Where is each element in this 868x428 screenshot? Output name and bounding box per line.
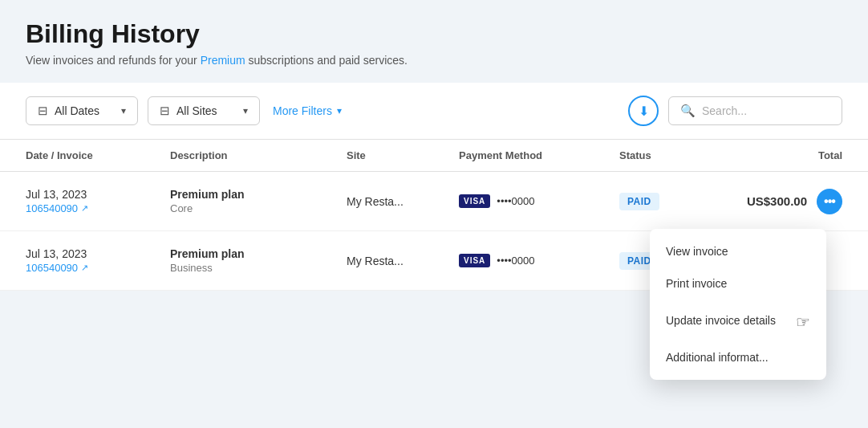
calendar-icon: ⊟ xyxy=(38,104,48,118)
more-filters-button[interactable]: More Filters ▾ xyxy=(270,98,345,124)
context-menu-item-update-invoice[interactable]: Update invoice details ☞ xyxy=(650,300,826,341)
print-invoice-label: Print invoice xyxy=(666,277,727,290)
external-link-icon-2: ↗ xyxy=(81,263,88,273)
col-header-payment: Payment Method xyxy=(459,149,619,161)
context-menu: View invoice Print invoice Update invoic… xyxy=(650,229,826,380)
search-icon: 🔍 xyxy=(680,104,696,118)
update-invoice-label: Update invoice details xyxy=(666,314,776,327)
site-cell-1: My Resta... xyxy=(347,195,459,208)
more-filters-chevron-icon: ▾ xyxy=(337,105,342,116)
download-button[interactable]: ⬇ xyxy=(628,96,659,126)
download-icon: ⬇ xyxy=(639,104,649,119)
card-number-1: ••••0000 xyxy=(497,195,534,207)
table-header: Date / Invoice Description Site Payment … xyxy=(0,140,868,172)
filter-bar: ⊟ All Dates ▾ ⊟ All Sites ▾ More Filters… xyxy=(0,83,868,140)
dates-filter-label: All Dates xyxy=(55,104,99,117)
desc-sub-1: Core xyxy=(170,202,347,214)
sites-filter-dropdown[interactable]: ⊟ All Sites ▾ xyxy=(148,96,260,125)
site-cell-2: My Resta... xyxy=(347,255,459,267)
invoice-link-2[interactable]: 106540090 ↗ xyxy=(26,262,170,274)
page-subtitle: View invoices and refunds for your Premi… xyxy=(26,54,842,67)
col-header-date: Date / Invoice xyxy=(26,149,170,161)
payment-cell-2: VISA ••••0000 xyxy=(459,254,619,267)
col-header-total: Total xyxy=(716,149,842,161)
cursor-icon: ☞ xyxy=(796,312,810,332)
search-input[interactable] xyxy=(702,104,830,117)
subtitle-text: View invoices and refunds for your xyxy=(26,54,197,67)
col-header-description: Description xyxy=(170,149,347,161)
card-number-2: ••••0000 xyxy=(497,255,534,267)
total-amount-1: US$300.00 xyxy=(747,194,807,208)
dates-filter-dropdown[interactable]: ⊟ All Dates ▾ xyxy=(26,96,138,125)
date-text-1: Jul 13, 2023 xyxy=(26,188,170,201)
visa-badge-1: VISA xyxy=(459,194,490,208)
external-link-icon-1: ↗ xyxy=(81,203,88,214)
desc-title-2: Premium plan xyxy=(170,247,347,260)
chevron-down-icon: ▾ xyxy=(121,105,126,116)
invoice-number-2: 106540090 xyxy=(26,262,78,274)
status-cell-1: PAID xyxy=(619,193,716,210)
context-menu-item-additional-info[interactable]: Additional informat... xyxy=(650,341,826,373)
context-menu-item-view-invoice[interactable]: View invoice xyxy=(650,235,826,267)
table-section: Date / Invoice Description Site Payment … xyxy=(0,140,868,291)
sites-chevron-down-icon: ▾ xyxy=(243,105,248,116)
status-badge-1: PAID xyxy=(619,193,659,210)
date-cell-2: Jul 13, 2023 106540090 ↗ xyxy=(26,247,170,274)
payment-cell-1: VISA ••••0000 xyxy=(459,194,619,208)
premium-link[interactable]: Premium xyxy=(201,54,245,67)
additional-info-label: Additional informat... xyxy=(666,351,769,364)
date-cell-1: Jul 13, 2023 106540090 ↗ xyxy=(26,188,170,214)
desc-cell-1: Premium plan Core xyxy=(170,188,347,214)
search-box: 🔍 xyxy=(668,96,842,125)
view-invoice-label: View invoice xyxy=(666,245,728,258)
more-options-icon-1: ••• xyxy=(824,194,835,209)
visa-badge-2: VISA xyxy=(459,254,490,267)
more-filters-label: More Filters xyxy=(273,104,332,117)
desc-cell-2: Premium plan Business xyxy=(170,247,347,274)
col-header-site: Site xyxy=(347,149,459,161)
page-title: Billing History xyxy=(26,19,842,49)
desc-sub-2: Business xyxy=(170,262,347,274)
table-row: Jul 13, 2023 106540090 ↗ Premium plan Co… xyxy=(0,172,868,231)
more-options-button-1[interactable]: ••• xyxy=(817,189,842,214)
sites-filter-label: All Sites xyxy=(176,104,217,117)
header-section: Billing History View invoices and refund… xyxy=(0,0,868,83)
date-text-2: Jul 13, 2023 xyxy=(26,247,170,260)
subtitle-middle: subscriptions and paid services. xyxy=(249,54,408,67)
col-header-status: Status xyxy=(619,149,716,161)
context-menu-item-print-invoice[interactable]: Print invoice xyxy=(650,267,826,300)
invoice-number-1: 106540090 xyxy=(26,202,78,214)
desc-title-1: Premium plan xyxy=(170,188,347,201)
invoice-link-1[interactable]: 106540090 ↗ xyxy=(26,202,170,214)
sites-calendar-icon: ⊟ xyxy=(160,104,170,118)
total-cell-1: US$300.00 ••• View invoice Print invoice… xyxy=(716,189,842,214)
page-wrapper: Billing History View invoices and refund… xyxy=(0,0,868,428)
